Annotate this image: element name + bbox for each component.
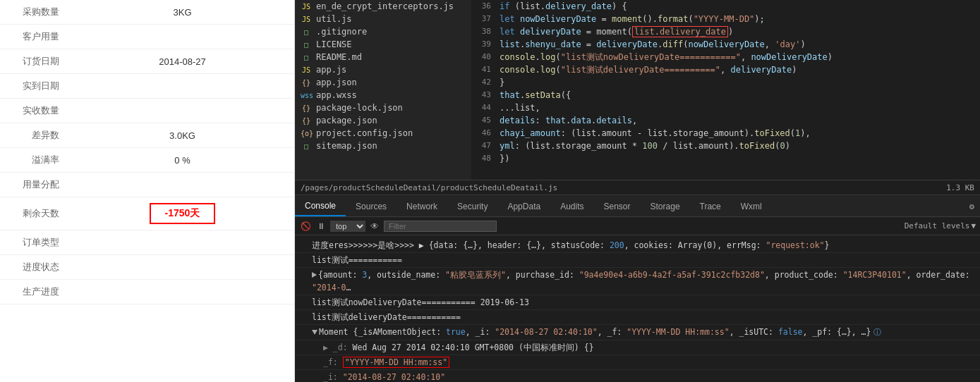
row-value: 2014-08-27 [71,49,294,74]
code-line: 45details: that.data.details, [471,114,980,127]
tab-console[interactable]: Console [295,197,346,216]
console-line: list测试deliveryDate=========== [295,310,980,325]
tab-storage[interactable]: Storage [641,197,690,216]
row-value: 3.0KG [71,123,294,148]
file-tree-item[interactable]: {}package-lock.json [295,101,471,114]
clear-button[interactable]: 🚫 [299,220,312,233]
chevron-down-icon: ▼ [971,221,976,230]
line-content: } [497,76,980,89]
file-icon: wss [301,92,312,99]
table-row: 差异数3.0KG [0,123,294,148]
row-value [71,74,294,99]
tab-sources[interactable]: Sources [346,197,397,216]
line-number: 36 [471,0,497,13]
file-tree-item[interactable]: {o}project.config.json [295,127,471,140]
file-name: package.json [316,116,377,125]
line-content: that.setData({ [497,89,980,101]
line-number: 40 [471,51,497,63]
pause-button[interactable]: ⏸ [315,220,327,233]
code-panel: 36if (list.delivery_date) {37let nowDeli… [471,0,980,182]
file-tree-item[interactable]: □.gitignore [295,25,471,38]
file-icon: □ [301,28,312,36]
file-icon: □ [301,54,312,61]
file-icon: {o} [301,130,312,137]
row-label: 生产进度 [0,280,71,304]
code-line: 44...list, [471,101,980,114]
file-icon: {} [301,79,312,87]
line-number: 44 [471,101,497,114]
line-content: let nowDeliveryDate = moment().format("Y… [497,13,980,25]
details-table: 采购数量3KG客户用量订货日期2014-08-27实到日期实收数量差异数3.0K… [0,0,294,304]
console-line: 进度eres>>>>>>是啥>>>> ▶ {data: {…}, header:… [295,238,980,253]
file-tree-item[interactable]: JSutil.js [295,13,471,25]
context-select[interactable]: top [330,221,365,232]
tab-wxml[interactable]: Wxml [731,197,772,216]
file-name: README.md [316,52,362,62]
tab-audits[interactable]: Audits [550,197,593,216]
file-icon: □ [301,41,312,49]
table-row: 订单类型 [0,230,294,255]
row-label: 采购数量 [0,0,71,25]
eye-button[interactable]: 👁 [368,220,381,233]
file-icon: JS [301,3,312,11]
default-levels[interactable]: Default levels ▼ [905,221,976,230]
file-tree-item[interactable]: JSen_de_crypt_interceptors.js [295,0,471,13]
row-label: 订单类型 [0,230,71,255]
line-number: 42 [471,76,497,89]
tab-network[interactable]: Network [397,197,447,216]
row-label: 客户用量 [0,25,71,49]
file-tree-item[interactable]: JSapp.js [295,63,471,76]
file-tree-item[interactable]: □README.md [295,51,471,63]
tab-security[interactable]: Security [447,197,497,216]
line-number: 37 [471,13,497,25]
row-label: 用量分配 [0,173,71,197]
table-row: 客户用量 [0,25,294,49]
file-icon: JS [301,16,312,23]
table-row: 溢满率0 % [0,148,294,173]
console-line: _f: "YYYY-MM-DD HH:mm:ss" [295,355,980,370]
file-tree-item[interactable]: wssapp.wxss [295,89,471,101]
line-number: 48 [471,152,497,165]
console-line: ▶ _d: Wed Aug 27 2014 02:40:10 GMT+0800 … [295,340,980,355]
filter-input[interactable] [384,221,497,232]
code-line: 41console.log("list测试deliveryDate=======… [471,63,980,76]
code-line: 40console.log("list测试nowDeliveryDate====… [471,51,980,63]
file-name: app.js [316,65,346,75]
status-size: 1.3 KB [946,183,974,192]
file-tree-item[interactable]: {}package.json [295,114,471,127]
file-tree-item[interactable]: □sitemap.json [295,140,471,152]
file-name: LICENSE [316,39,352,49]
devtools-tabs: ConsoleSourcesNetworkSecurityAppDataAudi… [295,196,980,217]
file-name: util.js [316,14,352,24]
line-content: let deliveryDate = moment(list.delivery_… [497,25,980,38]
table-row: 采购数量3KG [0,0,294,25]
left-panel: 采购数量3KG客户用量订货日期2014-08-27实到日期实收数量差异数3.0K… [0,0,295,382]
line-number: 38 [471,25,497,38]
line-content: console.log("list测试nowDeliveryDate======… [497,51,980,63]
row-value [71,25,294,49]
status-bar: /pages/productScheduleDeatail/productSch… [295,180,980,195]
file-name: package-lock.json [316,103,403,113]
code-line: 37let nowDeliveryDate = moment().format(… [471,13,980,25]
row-label: 订货日期 [0,49,71,74]
line-number: 41 [471,63,497,76]
tab-appdata[interactable]: AppData [497,197,550,216]
line-content: }) [497,152,980,165]
file-icon: {} [301,104,312,112]
row-value [71,255,294,280]
file-tree-item[interactable]: □LICENSE [295,38,471,51]
tab-trace[interactable]: Trace [690,197,731,216]
row-value [71,173,294,197]
file-tree-item[interactable]: {}app.json [295,76,471,89]
row-label: 实到日期 [0,74,71,99]
line-number: 39 [471,38,497,51]
file-name: app.wxss [316,90,357,100]
file-name: sitemap.json [316,141,377,151]
code-line: 42} [471,76,980,89]
console-output[interactable]: 进度eres>>>>>>是啥>>>> ▶ {data: {…}, header:… [295,235,980,382]
line-number: 47 [471,140,497,152]
settings-button[interactable]: ⚙ [964,199,980,214]
row-value [71,99,294,123]
scroll-divider [466,0,471,182]
tab-sensor[interactable]: Sensor [594,197,641,216]
